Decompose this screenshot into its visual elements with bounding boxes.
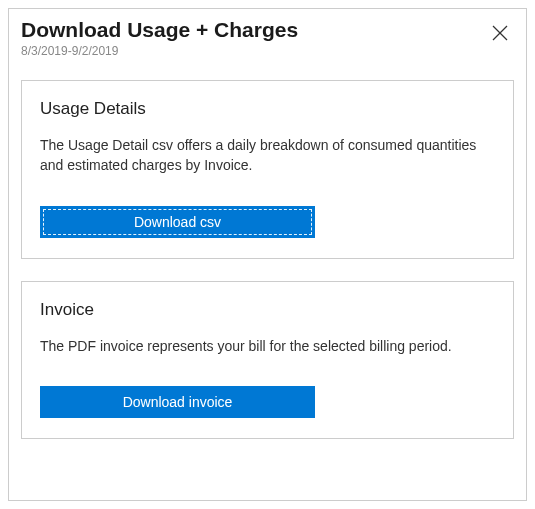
title-block: Download Usage + Charges 8/3/2019-9/2/20… <box>21 17 486 58</box>
close-button[interactable] <box>486 19 514 47</box>
invoice-title: Invoice <box>40 300 495 320</box>
usage-details-title: Usage Details <box>40 99 495 119</box>
download-usage-charges-panel: Download Usage + Charges 8/3/2019-9/2/20… <box>8 8 527 501</box>
panel-title: Download Usage + Charges <box>21 17 486 42</box>
usage-details-card: Usage Details The Usage Detail csv offer… <box>21 80 514 259</box>
invoice-description: The PDF invoice represents your bill for… <box>40 336 495 356</box>
panel-date-range: 8/3/2019-9/2/2019 <box>21 44 486 58</box>
close-icon <box>492 25 508 41</box>
download-invoice-button[interactable]: Download invoice <box>40 386 315 418</box>
download-csv-button[interactable]: Download csv <box>40 206 315 238</box>
panel-header: Download Usage + Charges 8/3/2019-9/2/20… <box>21 17 514 58</box>
invoice-card: Invoice The PDF invoice represents your … <box>21 281 514 439</box>
usage-details-description: The Usage Detail csv offers a daily brea… <box>40 135 495 176</box>
